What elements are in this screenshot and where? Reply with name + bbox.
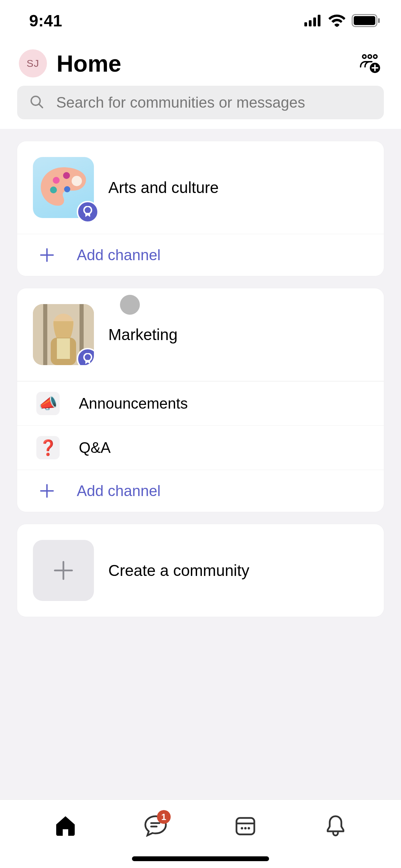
svg-rect-2: [313, 17, 316, 26]
status-bar: 9:41: [0, 0, 401, 41]
tab-activity[interactable]: [318, 811, 353, 840]
community-row-arts[interactable]: Arts and culture: [17, 141, 384, 234]
add-channel-label: Add channel: [77, 482, 161, 499]
community-card-marketing: Marketing 📣 Announcements ❓ Q&A Add chan…: [17, 288, 384, 512]
add-channel-row[interactable]: Add channel: [17, 234, 384, 276]
svg-rect-3: [318, 15, 320, 26]
svg-point-8: [368, 55, 372, 58]
user-avatar[interactable]: SJ: [19, 49, 47, 77]
page-header: SJ Home: [0, 41, 401, 86]
status-time: 9:41: [29, 11, 62, 30]
create-community-card: Create a community: [17, 524, 384, 617]
svg-point-9: [374, 55, 377, 58]
plus-icon: [51, 558, 75, 582]
svg-point-40: [248, 827, 250, 830]
svg-point-17: [63, 172, 70, 179]
chat-badge: 1: [157, 810, 171, 824]
status-indicators: [304, 14, 380, 27]
community-avatar-arts: [33, 157, 94, 218]
svg-rect-6: [378, 18, 380, 23]
bell-icon: [326, 814, 345, 837]
community-avatar-marketing: [33, 304, 94, 365]
new-community-icon-button[interactable]: [357, 51, 382, 76]
home-indicator: [132, 856, 269, 861]
community-title: Arts and culture: [108, 178, 219, 197]
svg-point-20: [84, 206, 92, 214]
home-icon: [54, 815, 77, 836]
owner-badge-icon: [77, 201, 99, 223]
svg-rect-1: [309, 20, 312, 26]
channel-label: Q&A: [79, 439, 111, 456]
search-container: [0, 86, 401, 129]
add-channel-row[interactable]: Add channel: [17, 470, 384, 512]
svg-rect-36: [236, 818, 254, 834]
svg-point-38: [241, 827, 243, 830]
svg-rect-5: [354, 16, 375, 25]
create-community-row[interactable]: Create a community: [17, 524, 384, 617]
cellular-icon: [304, 15, 322, 26]
svg-point-7: [363, 55, 366, 58]
channel-row-qa[interactable]: ❓ Q&A: [17, 425, 384, 470]
svg-point-39: [244, 827, 247, 830]
svg-point-19: [72, 176, 82, 186]
community-title: Marketing: [108, 325, 178, 344]
tab-calendar[interactable]: [228, 811, 263, 840]
tab-home[interactable]: [48, 811, 83, 840]
svg-point-18: [64, 186, 70, 192]
channel-row-announcements[interactable]: 📣 Announcements: [17, 381, 384, 425]
people-plus-icon: [359, 53, 380, 73]
plus-icon: [36, 480, 58, 502]
create-community-tile: [33, 540, 94, 601]
svg-rect-0: [304, 22, 307, 26]
svg-point-29: [84, 353, 92, 361]
channel-label: Announcements: [79, 395, 188, 412]
svg-line-14: [39, 104, 42, 108]
megaphone-icon: 📣: [36, 392, 60, 415]
search-bar[interactable]: [17, 86, 384, 119]
content-area: Arts and culture Add channel: [0, 129, 401, 799]
search-input[interactable]: [56, 94, 372, 111]
community-row-marketing[interactable]: Marketing: [17, 288, 384, 381]
community-card-arts: Arts and culture Add channel: [17, 141, 384, 276]
svg-rect-28: [57, 338, 70, 359]
page-title: Home: [57, 50, 348, 77]
wifi-icon: [328, 14, 345, 27]
search-icon: [29, 95, 44, 110]
svg-point-16: [53, 177, 60, 184]
create-community-label: Create a community: [108, 561, 250, 580]
svg-rect-24: [43, 304, 47, 365]
tab-chat[interactable]: 1: [138, 811, 173, 840]
add-channel-label: Add channel: [77, 246, 161, 264]
question-icon: ❓: [36, 436, 60, 459]
calendar-icon: [234, 815, 256, 836]
svg-point-15: [50, 186, 57, 193]
plus-icon: [36, 244, 58, 266]
battery-icon: [352, 14, 380, 27]
